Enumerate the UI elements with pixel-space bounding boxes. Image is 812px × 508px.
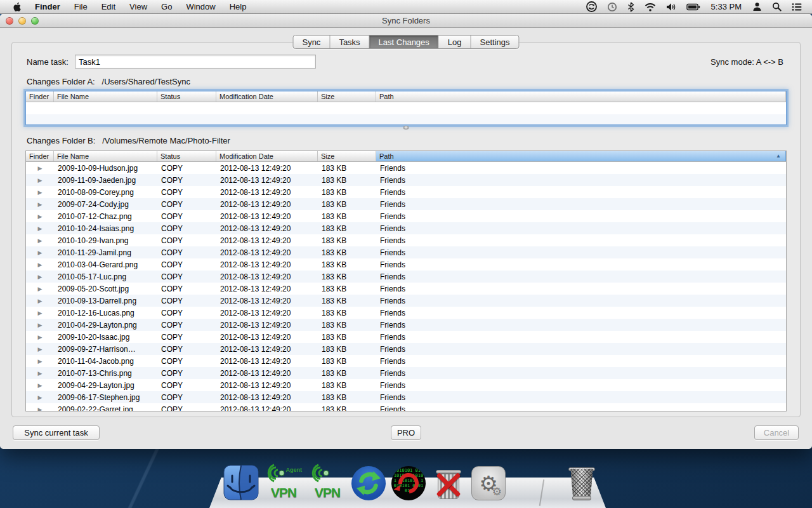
column-header-finder[interactable]: Finder: [26, 151, 54, 161]
column-header-modification-date[interactable]: Modification Date: [216, 91, 318, 102]
table-row[interactable]: ▶2010-12-16-Lucas.pngCOPY2012-08-13 12:4…: [26, 307, 786, 319]
modification-date-cell: 2012-08-13 12:49:20: [216, 345, 318, 354]
menu-window[interactable]: Window: [179, 0, 222, 13]
table-row[interactable]: ▶2009-09-27-Harrison…COPY2012-08-13 12:4…: [26, 343, 786, 355]
disclosure-triangle-icon[interactable]: ▶: [26, 201, 54, 208]
menu-go[interactable]: Go: [154, 0, 179, 13]
table-row[interactable]: ▶2010-08-09-Corey.pngCOPY2012-08-13 12:4…: [26, 186, 786, 198]
table-row[interactable]: ▶2010-10-29-Ivan.pngCOPY2012-08-13 12:49…: [26, 234, 786, 246]
menu-finder[interactable]: Finder: [28, 0, 67, 13]
table-row[interactable]: ▶2009-02-22-Garret.jpgCOPY2012-08-13 12:…: [26, 403, 786, 411]
bluetooth-icon[interactable]: [622, 0, 639, 13]
column-header-file-name[interactable]: File Name: [54, 151, 157, 161]
disclosure-triangle-icon[interactable]: ▶: [26, 358, 54, 364]
disclosure-triangle-icon[interactable]: ▶: [26, 346, 54, 352]
apple-logo-icon: [13, 2, 22, 12]
disclosure-triangle-icon[interactable]: ▶: [26, 189, 54, 196]
disclosure-triangle-icon[interactable]: ▶: [26, 298, 54, 304]
menu-view[interactable]: View: [122, 0, 154, 13]
pro-button[interactable]: PRO: [391, 425, 421, 440]
table-row[interactable]: ▶2010-10-24-Isaias.pngCOPY2012-08-13 12:…: [26, 222, 786, 234]
time-machine-icon[interactable]: [602, 0, 622, 13]
vpn-dock-icon[interactable]: VPN: [308, 462, 346, 500]
column-header-size[interactable]: Size: [318, 91, 376, 102]
gear-small-icon: ⚙: [492, 486, 502, 497]
table-row[interactable]: ▶2010-07-13-Chris.pngCOPY2012-08-13 12:4…: [26, 367, 786, 379]
apple-menu[interactable]: [8, 0, 28, 13]
sync-menu-icon[interactable]: [581, 0, 602, 13]
name-task-input[interactable]: [75, 55, 316, 69]
disclosure-triangle-icon[interactable]: ▶: [26, 225, 54, 232]
table-row[interactable]: ▶2009-10-20-Isaac.jpgCOPY2012-08-13 12:4…: [26, 331, 786, 343]
menu-clock[interactable]: 5:33 PM: [705, 2, 747, 11]
finder-dock-icon[interactable]: [223, 462, 259, 500]
disclosure-triangle-icon[interactable]: ▶: [26, 274, 54, 280]
column-header-modification-date[interactable]: Modification Date: [216, 151, 318, 161]
battery-icon[interactable]: [681, 0, 705, 13]
table-row[interactable]: ▶2009-04-29-Layton.jpgCOPY2012-08-13 12:…: [26, 379, 786, 391]
vpn-signal-icon: [310, 462, 337, 486]
menu-help[interactable]: Help: [223, 0, 254, 13]
table-row[interactable]: ▶2009-10-09-Hudson.jpgCOPY2012-08-13 12:…: [26, 162, 786, 174]
sync-current-task-button[interactable]: Sync current task: [13, 425, 100, 440]
tab-tasks[interactable]: Tasks: [330, 36, 369, 48]
table-row[interactable]: ▶2009-06-17-Stephen.jpgCOPY2012-08-13 12…: [26, 391, 786, 403]
disclosure-triangle-icon[interactable]: ▶: [26, 213, 54, 220]
column-header-size[interactable]: Size: [318, 151, 376, 161]
disclosure-triangle-icon[interactable]: ▶: [26, 165, 54, 171]
volume-icon[interactable]: [661, 0, 681, 13]
tab-settings[interactable]: Settings: [471, 36, 519, 48]
column-header-status[interactable]: Status: [157, 151, 216, 161]
table-row[interactable]: ▶2009-07-24-Cody.jpgCOPY2012-08-13 12:49…: [26, 198, 786, 210]
folder-a-path: /Users/Shared/TestSync: [102, 77, 190, 86]
notification-center-icon[interactable]: [787, 0, 807, 13]
menu-file[interactable]: File: [67, 0, 95, 13]
table-row[interactable]: ▶2009-05-20-Scott.jpgCOPY2012-08-13 12:4…: [26, 283, 786, 295]
window-title: Sync Folders: [0, 14, 812, 28]
wifi-icon[interactable]: [639, 0, 661, 13]
vpn-agent-dock-icon[interactable]: Agent VPN: [263, 462, 304, 500]
disclosure-triangle-icon[interactable]: ▶: [26, 334, 54, 340]
table-row[interactable]: ▶2010-04-29-Layton.pngCOPY2012-08-13 12:…: [26, 319, 786, 331]
column-header-status[interactable]: Status: [157, 91, 216, 102]
status-cell: COPY: [157, 284, 216, 293]
column-header-file-name[interactable]: File Name: [54, 91, 157, 102]
table-row[interactable]: ▶2010-09-13-Darrell.pngCOPY2012-08-13 12…: [26, 295, 786, 307]
user-icon[interactable]: [747, 0, 767, 13]
trash-dock-icon[interactable]: [566, 462, 597, 500]
disclosure-triangle-icon[interactable]: ▶: [26, 322, 54, 328]
column-header-path[interactable]: Path: [376, 91, 786, 102]
sync-folders-dock-icon[interactable]: [351, 462, 386, 500]
table-row[interactable]: ▶2010-11-04-Jacob.pngCOPY2012-08-13 12:4…: [26, 355, 786, 367]
table-row[interactable]: ▶2010-11-29-Jamil.pngCOPY2012-08-13 12:4…: [26, 246, 786, 258]
disclosure-triangle-icon[interactable]: ▶: [26, 237, 54, 244]
disclosure-triangle-icon[interactable]: ▶: [26, 406, 54, 412]
disclosure-triangle-icon[interactable]: ▶: [26, 286, 54, 292]
column-header-finder[interactable]: Finder: [26, 91, 54, 102]
cancel-button[interactable]: Cancel: [754, 425, 799, 440]
menu-edit[interactable]: Edit: [95, 0, 122, 13]
disclosure-triangle-icon[interactable]: ▶: [26, 250, 54, 256]
disclosure-triangle-icon[interactable]: ▶: [26, 394, 54, 401]
path-cell: Friends: [376, 272, 786, 281]
uninstaller-trash-dock-icon[interactable]: [431, 462, 466, 500]
tab-log[interactable]: Log: [439, 36, 471, 48]
disclosure-triangle-icon[interactable]: ▶: [26, 262, 54, 268]
disclosure-triangle-icon[interactable]: ▶: [26, 177, 54, 184]
disclosure-triangle-icon[interactable]: ▶: [26, 382, 54, 389]
binary-cleaner-dock-icon[interactable]: 1010101 0101010 1010101 0101010 1010101 …: [391, 462, 426, 500]
table-row[interactable]: ▶2009-11-09-Jaeden.jpgCOPY2012-08-13 12:…: [26, 174, 786, 186]
spotlight-icon[interactable]: [767, 0, 787, 13]
table-row[interactable]: ▶2010-05-17-Luc.pngCOPY2012-08-13 12:49:…: [26, 271, 786, 283]
table-row[interactable]: ▶2010-03-04-Gerard.pngCOPY2012-08-13 12:…: [26, 258, 786, 271]
disclosure-triangle-icon[interactable]: ▶: [26, 310, 54, 316]
title-bar[interactable]: Sync Folders: [0, 14, 812, 28]
column-header-path-sorted[interactable]: Path ▲: [376, 151, 786, 161]
tab-sync[interactable]: Sync: [293, 36, 330, 48]
system-preferences-dock-icon[interactable]: ⚙ ⚙: [471, 462, 506, 500]
table-row[interactable]: ▶2010-07-12-Chaz.pngCOPY2012-08-13 12:49…: [26, 210, 786, 222]
table-resize-handle[interactable]: [403, 126, 409, 130]
tab-last-changes[interactable]: Last Changes: [370, 36, 439, 48]
sort-ascending-icon: ▲: [776, 153, 781, 159]
disclosure-triangle-icon[interactable]: ▶: [26, 370, 54, 377]
